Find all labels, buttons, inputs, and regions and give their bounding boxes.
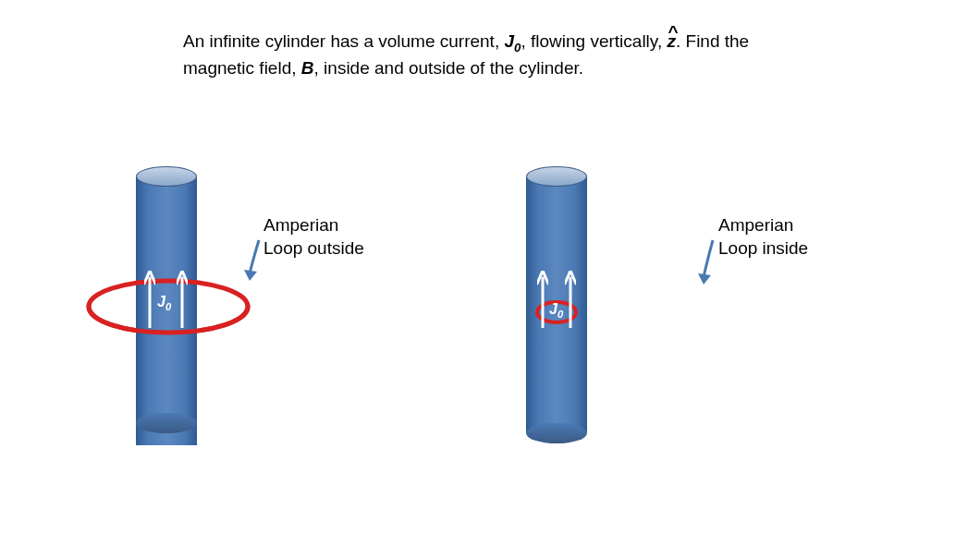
current-arrow-icon — [144, 271, 155, 328]
current-arrow-icon — [537, 271, 548, 328]
symbol-zhat: z — [667, 30, 676, 54]
text-part: , flowing vertically, — [521, 31, 667, 51]
cylinder-bottom-cap — [526, 423, 587, 443]
current-arrow-icon — [565, 271, 576, 328]
symbol-B: B — [301, 58, 314, 78]
current-label-J0: J0 — [549, 301, 563, 320]
current-arrow-icon — [177, 271, 188, 328]
label-amperian-outside: Amperian Loop outside — [263, 214, 393, 260]
pointer-arrow-icon — [244, 238, 263, 281]
label-line: Loop inside — [718, 237, 848, 260]
text-part: magnetic field, — [183, 58, 301, 78]
label-amperian-inside: Amperian Loop inside — [718, 214, 848, 260]
text-part: An infinite cylinder has a volume curren… — [183, 31, 504, 51]
text-part: . Find the — [676, 31, 749, 51]
cylinder-top-cap — [526, 166, 587, 187]
cylinder-bottom-cap-front — [136, 413, 197, 433]
text-part: , inside and outside of the cylinder. — [314, 58, 584, 78]
pointer-arrow-icon — [698, 238, 717, 285]
label-line: Amperian — [263, 214, 393, 237]
problem-statement: An infinite cylinder has a volume curren… — [183, 30, 756, 79]
current-label-J0: J0 — [157, 294, 171, 312]
symbol-J0: J0 — [504, 31, 521, 51]
cylinder-top-cap — [136, 166, 197, 187]
label-line: Loop outside — [263, 237, 393, 260]
label-line: Amperian — [718, 214, 848, 237]
